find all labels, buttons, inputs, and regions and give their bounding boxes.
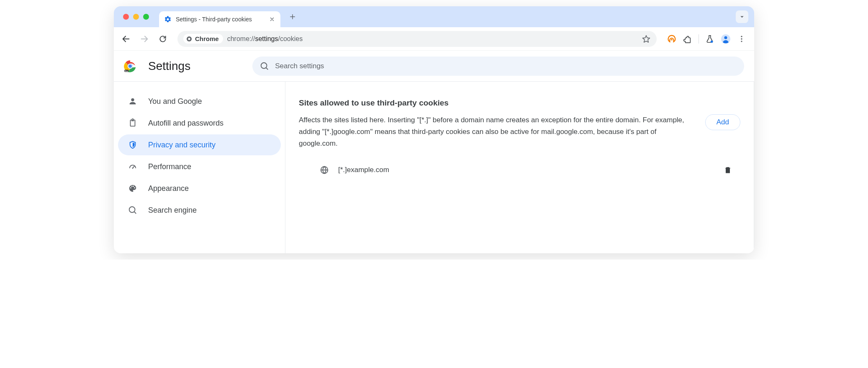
svg-point-14 (132, 167, 134, 169)
svg-point-8 (741, 41, 742, 42)
section-description-row: Affects the sites listed here. Inserting… (299, 114, 740, 149)
sidebar-item-label: You and Google (148, 97, 202, 106)
back-button[interactable] (118, 31, 134, 47)
speedometer-icon (128, 162, 137, 171)
sidebar-item-label: Performance (148, 162, 191, 171)
search-settings-input[interactable] (275, 62, 737, 70)
svg-point-2 (671, 39, 673, 41)
labs-flask-icon[interactable] (705, 34, 715, 44)
extension-openvpn-icon[interactable] (667, 34, 677, 44)
site-domain: [*.]example.com (338, 166, 714, 174)
close-window-button[interactable] (123, 14, 129, 20)
sidebar-item-label: Appearance (148, 184, 189, 193)
section-title: Sites allowed to use third-party cookies (299, 98, 740, 108)
browser-window: Settings - Third-party cookies Chrome (114, 6, 754, 253)
chrome-logo-icon: Beta (124, 60, 136, 72)
extensions-puzzle-icon[interactable] (683, 34, 693, 44)
svg-point-1 (188, 38, 190, 40)
forward-button[interactable] (136, 31, 152, 47)
browser-toolbar: Chrome chrome://settings/cookies (114, 27, 754, 51)
window-controls (123, 14, 149, 20)
new-tab-button[interactable] (286, 10, 299, 23)
site-chip-label: Chrome (195, 35, 219, 42)
search-icon (260, 62, 269, 71)
kebab-menu-icon[interactable] (737, 34, 747, 44)
site-chip[interactable]: Chrome (183, 34, 223, 44)
settings-body: You and Google Autofill and passwords Pr… (114, 82, 754, 253)
search-icon (128, 206, 137, 215)
toolbar-separator (699, 34, 699, 44)
settings-header: Beta Settings (114, 51, 754, 82)
toolbar-icons (663, 34, 750, 44)
svg-point-6 (741, 36, 742, 37)
site-row: [*.]example.com (299, 158, 740, 182)
search-settings-box[interactable] (252, 57, 744, 76)
url-text: chrome://settings/cookies (227, 35, 303, 43)
svg-text:Beta: Beta (125, 70, 128, 72)
bookmark-star-icon[interactable] (642, 34, 651, 44)
svg-point-3 (711, 40, 713, 43)
page-title: Settings (148, 59, 190, 73)
sidebar-item-label: Search engine (148, 206, 197, 215)
sidebar-item-performance[interactable]: Performance (118, 156, 281, 177)
browser-tab[interactable]: Settings - Third-party cookies (159, 11, 280, 27)
minimize-window-button[interactable] (133, 14, 139, 20)
profile-avatar-icon[interactable] (721, 34, 731, 44)
chrome-chip-icon (186, 36, 193, 42)
address-bar[interactable]: Chrome chrome://settings/cookies (177, 31, 657, 47)
svg-point-5 (724, 36, 727, 39)
sidebar-item-label: Privacy and security (148, 141, 216, 149)
tab-strip: Settings - Third-party cookies (114, 6, 754, 27)
maximize-window-button[interactable] (143, 14, 149, 20)
sidebar-item-appearance[interactable]: Appearance (118, 178, 281, 199)
clipboard-icon (128, 118, 137, 128)
sidebar-item-label: Autofill and passwords (148, 119, 223, 128)
shield-icon (128, 140, 137, 149)
settings-sidebar: You and Google Autofill and passwords Pr… (114, 82, 285, 253)
palette-icon (128, 184, 137, 193)
sidebar-item-you-and-google[interactable]: You and Google (118, 91, 281, 112)
sidebar-item-autofill[interactable]: Autofill and passwords (118, 113, 281, 134)
gear-icon (164, 15, 172, 23)
delete-site-button[interactable] (724, 166, 732, 174)
sidebar-item-privacy[interactable]: Privacy and security (118, 134, 281, 155)
globe-icon (320, 165, 329, 175)
sidebar-item-search-engine[interactable]: Search engine (118, 200, 281, 221)
svg-point-7 (741, 38, 742, 39)
add-site-button[interactable]: Add (705, 114, 740, 130)
tab-search-button[interactable] (736, 10, 748, 23)
person-icon (128, 97, 137, 106)
reload-button[interactable] (155, 31, 171, 47)
section-description: Affects the sites listed here. Inserting… (299, 114, 695, 149)
settings-content: Sites allowed to use third-party cookies… (285, 82, 754, 253)
close-tab-icon[interactable] (269, 16, 275, 23)
tab-title: Settings - Third-party cookies (176, 16, 265, 23)
